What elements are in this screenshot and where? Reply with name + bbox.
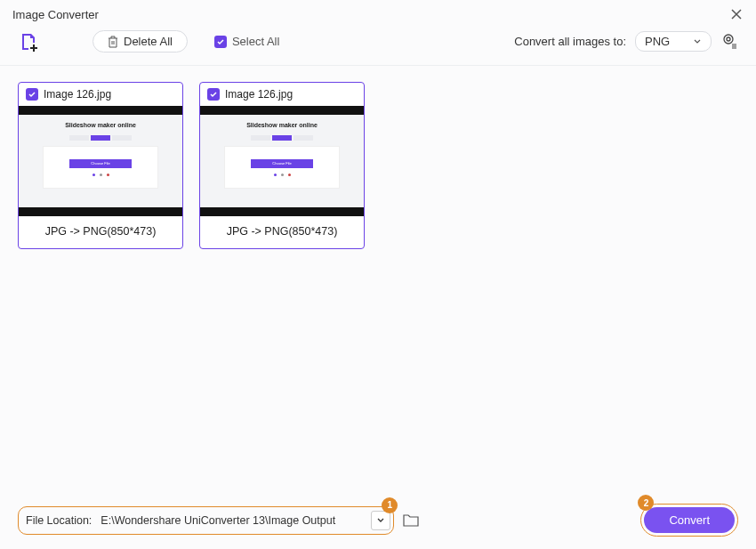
add-image-icon[interactable] <box>18 31 39 52</box>
card-filename: Image 126.jpg <box>225 88 293 101</box>
toolbar: Delete All Select All Convert all images… <box>0 27 756 66</box>
file-location-path: E:\Wondershare UniConverter 13\Image Out… <box>101 514 371 527</box>
file-location-label: File Location: <box>19 514 101 527</box>
close-icon[interactable] <box>729 7 744 21</box>
open-folder-icon[interactable] <box>403 513 419 528</box>
card-filename: Image 126.jpg <box>44 88 111 101</box>
step-badge-1: 1 <box>382 497 398 513</box>
card-thumbnail: Slideshow maker online Choose File <box>19 106 182 216</box>
chevron-down-icon <box>376 516 385 525</box>
convert-button[interactable]: Convert <box>644 507 735 533</box>
card-thumbnail: Slideshow maker online Choose File <box>200 106 364 216</box>
card-conversion-info: JPG -> PNG(850*473) <box>19 216 182 248</box>
svg-point-0 <box>724 35 733 44</box>
select-all-checkbox[interactable]: Select All <box>214 35 279 48</box>
card-checkbox[interactable] <box>207 88 220 101</box>
delete-all-label: Delete All <box>124 35 173 48</box>
svg-point-1 <box>727 37 730 41</box>
convert-to-label: Convert all images to: <box>514 35 626 48</box>
settings-icon[interactable] <box>720 31 738 52</box>
image-grid: Image 126.jpg Slideshow maker online Cho… <box>0 66 756 265</box>
checkmark-icon <box>214 36 227 48</box>
image-card[interactable]: Image 126.jpg Slideshow maker online Cho… <box>199 82 365 249</box>
file-location-group: File Location: E:\Wondershare UniConvert… <box>18 506 394 535</box>
format-value: PNG <box>645 35 670 48</box>
format-select[interactable]: PNG <box>635 31 712 52</box>
bottom-bar: File Location: E:\Wondershare UniConvert… <box>0 504 756 537</box>
delete-all-button[interactable]: Delete All <box>92 30 188 52</box>
card-checkbox[interactable] <box>26 88 38 101</box>
location-dropdown[interactable] <box>371 511 390 530</box>
card-conversion-info: JPG -> PNG(850*473) <box>200 216 364 248</box>
window-title: Image Converter <box>12 8 99 21</box>
convert-group: 2 Convert <box>640 504 738 537</box>
card-header: Image 126.jpg <box>200 83 364 106</box>
select-all-label: Select All <box>232 35 279 48</box>
image-card[interactable]: Image 126.jpg Slideshow maker online Cho… <box>18 82 183 249</box>
chevron-down-icon <box>693 37 702 46</box>
title-bar: Image Converter <box>0 0 756 27</box>
card-header: Image 126.jpg <box>19 83 182 106</box>
thumb-caption: Slideshow maker online <box>246 122 318 128</box>
thumb-caption: Slideshow maker online <box>65 122 136 128</box>
